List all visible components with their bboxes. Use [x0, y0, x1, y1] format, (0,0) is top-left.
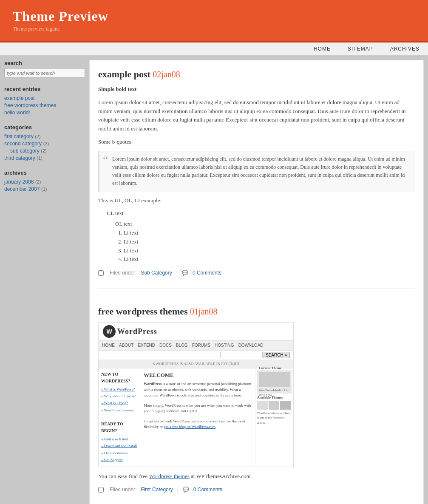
wp-logo: WordPress — [103, 325, 157, 338]
archive-count: (1) — [41, 187, 47, 192]
list-item: january 2008 (2) — [4, 178, 85, 185]
category-link[interactable]: sub category — [10, 148, 40, 154]
main-content: example post 02jan08 Simple bold text Lo… — [89, 60, 424, 504]
content-wrapper: search recent entries example post free … — [0, 56, 428, 504]
wp-link[interactable]: » Download and Install — [101, 443, 138, 449]
post-title: free wordpress themes 01jan08 — [98, 306, 415, 317]
category-link[interactable]: first category — [4, 133, 34, 139]
ul-text: UL text — [107, 209, 415, 218]
ol-text: OL text — [115, 220, 415, 229]
post-checkbox[interactable] — [98, 270, 104, 276]
list-item: first category (2) — [4, 133, 85, 139]
wp-sidebar-left: NEW TO WORDPRESS? » What is WordPress? »… — [99, 368, 141, 467]
list-item: free wordpress themes — [4, 102, 85, 108]
site-header: Theme Preview Theme preview tagline — [0, 0, 428, 42]
wp-search-bar: SEARCH » — [99, 351, 293, 360]
archives-list: january 2008 (2) december 2007 (1) — [4, 178, 85, 192]
wp-nav-bar: HOMEABOUTEXTENDDOCSBLOGFORUMSHOSTINGDOWN… — [99, 341, 293, 351]
sidebar-recent-label: recent entries — [4, 86, 85, 92]
category-link[interactable]: second category — [4, 141, 42, 147]
post-checkbox[interactable] — [98, 487, 104, 493]
category-count: (2) — [41, 148, 46, 153]
archive-link[interactable]: december 2007 — [4, 186, 40, 192]
sidebar-categories-section: categories first category (2) second cat… — [4, 124, 85, 161]
category-count: (2) — [35, 134, 40, 139]
recent-entry-link[interactable]: hello world! — [4, 110, 30, 116]
list-item: december 2007 (1) — [4, 186, 85, 192]
nav-archives[interactable]: ARCHIVES — [382, 42, 428, 55]
list-label: This is UL, OL, LI example: — [98, 196, 415, 205]
post-title: example post 02jan08 — [98, 69, 415, 80]
filed-under-label: Filed under: — [110, 487, 136, 493]
post-bold-text: Simple bold text — [98, 86, 136, 92]
list-item: example post — [4, 95, 85, 101]
wp-link[interactable]: » Documentation — [101, 450, 138, 456]
recent-entry-link[interactable]: free wordpress themes — [4, 102, 56, 108]
category-link[interactable]: First Category — [141, 487, 173, 493]
sidebar-recent-section: recent entries example post free wordpre… — [4, 86, 85, 116]
sidebar-categories-label: categories — [4, 124, 85, 130]
sidebar-search-section: search — [4, 60, 85, 77]
post-footer: Filed under: First Category | 💬 0 Commen… — [98, 487, 415, 493]
wp-link[interactable]: » What is a blog? — [101, 400, 138, 406]
post-content: Simple bold text Lorem ipsum dolor sit a… — [98, 85, 415, 264]
list-item: third category (1) — [4, 155, 85, 161]
nav-list: HOME SITEMAP ARCHIVES — [305, 42, 428, 55]
search-input[interactable] — [4, 69, 85, 77]
wp-link[interactable]: » Find a web host — [101, 436, 138, 442]
wordpress-screenshot: WordPress HOMEABOUTEXTENDDOCSBLOGFORUMSH… — [98, 322, 294, 467]
archive-link[interactable]: january 2008 — [4, 179, 34, 185]
ol-wrap: OL text Li text Li text Li text Li text — [115, 220, 415, 264]
wp-body: NEW TO WORDPRESS? » What is WordPress? »… — [99, 368, 293, 467]
post-example: example post 02jan08 Simple bold text Lo… — [98, 69, 415, 289]
comments-link[interactable]: 0 Comments — [193, 487, 222, 493]
list-item: Li text — [124, 238, 415, 246]
main-nav: HOME SITEMAP ARCHIVES — [0, 42, 428, 56]
comment-icon: 💬 — [182, 270, 188, 276]
wp-main-body: WELCOME WordPress is a state-of-the-art … — [141, 368, 255, 467]
post-body: Lorem ipsum dolor sit amet, consectetur … — [98, 98, 415, 133]
wordpress-themes-link[interactable]: Wordpress themes — [149, 473, 189, 479]
wp-current-theme-box: Current Theme WordPress default 1.1 by D… — [257, 370, 292, 394]
post-body-text: You can easy find free Wordpress themes … — [98, 472, 415, 481]
post-content: WordPress HOMEABOUTEXTENDDOCSBLOGFORUMSH… — [98, 322, 415, 481]
wp-link[interactable]: » WordPress Lessons — [101, 407, 138, 413]
wp-header: WordPress — [99, 323, 293, 341]
list-item: Li text — [124, 246, 415, 255]
wp-sidebar-right: Current Theme WordPress default 1.1 by D… — [255, 368, 293, 467]
list-item: Li text — [124, 255, 415, 264]
list-item: hello world! — [4, 109, 85, 116]
comments-link[interactable]: 0 Comments — [193, 270, 221, 276]
wp-logo-circle — [103, 325, 116, 338]
nav-home[interactable]: HOME — [305, 42, 339, 55]
category-link[interactable]: third category — [4, 155, 35, 161]
site-title: Theme Preview — [13, 8, 415, 24]
sidebar-archives-section: archives january 2008 (2) december 2007 … — [4, 170, 85, 192]
categories-list: first category (2) second category (2) s… — [4, 133, 85, 161]
list-item: sub category (2) — [4, 147, 85, 154]
sidebar: search recent entries example post free … — [4, 60, 85, 504]
post-footer: Filed under: Sub Category | 💬 0 Comments — [98, 270, 415, 276]
wp-link[interactable]: » What is WordPress? — [101, 386, 138, 392]
list-item: second category (2) — [4, 140, 85, 147]
sidebar-archives-label: archives — [4, 170, 85, 176]
wp-link[interactable]: » Get Support — [101, 457, 138, 463]
category-count: (2) — [43, 141, 49, 146]
wp-link[interactable]: » Why should I use it? — [101, 393, 138, 399]
site-tagline: Theme preview tagline — [13, 26, 415, 32]
category-count: (1) — [37, 156, 42, 161]
bquotes-label: Some b-quotes: — [98, 138, 415, 147]
filed-under-label: Filed under: — [110, 270, 136, 276]
recent-entry-link[interactable]: example post — [4, 95, 34, 101]
recent-entries-list: example post free wordpress themes hello… — [4, 95, 85, 116]
sidebar-search-label: search — [4, 60, 85, 66]
nav-sitemap[interactable]: SITEMAP — [339, 42, 382, 55]
post-blockquote: Lorem ipsum dolor sit amet, consectetur … — [98, 151, 415, 192]
wp-search-input[interactable] — [220, 352, 263, 358]
category-link[interactable]: Sub Category — [141, 270, 172, 276]
wp-search-button[interactable]: SEARCH » — [263, 352, 290, 358]
archive-count: (2) — [35, 179, 41, 184]
list-example: UL text OL text Li text Li text Li text … — [107, 209, 415, 264]
post-wordpress-themes: free wordpress themes 01jan08 WordPress — [98, 306, 415, 504]
comment-icon: 💬 — [183, 487, 189, 493]
